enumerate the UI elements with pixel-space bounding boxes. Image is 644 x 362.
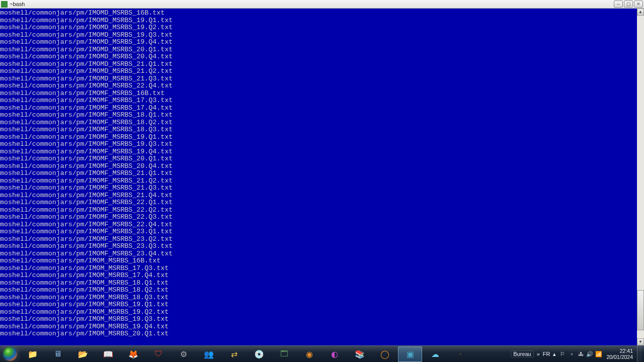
clock-time: 22:41 [606, 348, 633, 354]
taskbar-item-teams-app[interactable]: 👥 [197, 346, 221, 362]
start-button[interactable] [0, 346, 20, 363]
close-button[interactable]: ✕ [634, 1, 643, 8]
task-items: 📁🖥📂📖🦊🛡⚙👥⇄💿🗔◉◐📚◯▣☁▪ [20, 346, 473, 362]
terminal-app-icon: ▣ [404, 348, 416, 360]
terminal-line: moshell/commonjars/pm/IMOMD_MSRBS_19.Q3.… [0, 32, 637, 39]
terminal-line: moshell/commonjars/pm/IMOMD_MSRBS_20.Q1.… [0, 46, 637, 54]
documents-app-icon: 📂 [77, 348, 89, 360]
terminal-line: moshell/commonjars/pm/IMOMD_MSRBS_21.Q2.… [0, 68, 637, 75]
taskbar-item-calc-app[interactable]: 🗔 [272, 346, 296, 362]
network-icon[interactable]: 🖧 [577, 350, 584, 357]
explorer-folder-icon: 📁 [27, 348, 39, 360]
terminal-line: moshell/commonjars/pm/IMOMF_MSRBS_18.Q2.… [0, 119, 637, 127]
terminal-line: moshell/commonjars/pm/IMOMF_MSRBS_16B.tx… [0, 90, 637, 98]
burn-app-icon: 💿 [253, 348, 265, 360]
terminal-line: moshell/commonjars/pm/IMOMD_MSRBS_19.Q2.… [0, 24, 637, 32]
taskbar-item-tool-app[interactable]: ⚙ [172, 346, 196, 362]
terminal-line: moshell/commonjars/pm/IMOMF_MSRBS_22.Q1.… [0, 199, 637, 207]
terminal-line: moshell/commonjars/pm/IMOMF_MSRBS_22.Q2.… [0, 207, 637, 214]
terminal-line: moshell/commonjars/pm/IMOMD_MSRBS_19.Q1.… [0, 17, 637, 25]
window-title: ~bash [10, 1, 25, 7]
terminal-line: moshell/commonjars/pm/IMOM_MSRBS_18.Q1.t… [0, 280, 637, 287]
terminal-line: moshell/commonjars/pm/IMOMF_MSRBS_19.Q1.… [0, 134, 637, 141]
terminal-line: moshell/commonjars/pm/IMOMD_MSRBS_21.Q1.… [0, 61, 637, 68]
terminal-line: moshell/commonjars/pm/IMOMF_MSRBS_23.Q4.… [0, 250, 637, 258]
taskbar-item-documents-app[interactable]: 📂 [71, 346, 95, 362]
terminal-line: moshell/commonjars/pm/IMOMF_MSRBS_21.Q3.… [0, 185, 637, 192]
window-controls: – ▢ ✕ [614, 1, 643, 8]
taskbar: 📁🖥📂📖🦊🛡⚙👥⇄💿🗔◉◐📚◯▣☁▪ Bureau » FR ▴ ⚐ ▫ 🖧 🔊… [0, 345, 644, 362]
language-indicator[interactable]: FR [543, 351, 550, 357]
cloud-app-icon: ☁ [429, 348, 441, 360]
tray-icons: ⚐ ▫ 🖧 🔊 📶 [559, 350, 602, 357]
taskbar-item-burn-app[interactable]: 💿 [247, 346, 271, 362]
taskbar-item-media-app[interactable]: ◯ [373, 346, 397, 362]
taskbar-item-ftp-app[interactable]: ⇄ [222, 346, 246, 362]
terminal-line: moshell/commonjars/pm/IMOMD_MSRBS_21.Q3.… [0, 75, 637, 83]
terminal-output[interactable]: moshell/commonjars/pm/IMOMD_MSRBS_16B.tx… [0, 9, 644, 345]
terminal-line: moshell/commonjars/pm/IMOMF_MSRBS_21.Q4.… [0, 192, 637, 200]
taskbar-item-firefox[interactable]: 🦊 [121, 346, 145, 362]
terminal-line: moshell/commonjars/pm/IMOMD_MSRBS_20.Q4.… [0, 53, 637, 61]
taskbar-item-cloud-app[interactable]: ☁ [423, 346, 447, 362]
windows-orb-icon [3, 347, 17, 361]
firefox-icon: 🦊 [127, 348, 139, 360]
computer-app-icon: 🖥 [52, 348, 64, 360]
terminal-line: moshell/commonjars/pm/IMOMF_MSRBS_21.Q1.… [0, 170, 637, 177]
title-bar: ~bash – ▢ ✕ [0, 0, 644, 9]
scroll-thumb[interactable] [637, 290, 644, 330]
app-icon [1, 1, 8, 8]
taskbar-item-computer-app[interactable]: 🖥 [46, 346, 70, 362]
terminal-line: moshell/commonjars/pm/IMOMF_MSRBS_18.Q3.… [0, 126, 637, 134]
terminal-line: moshell/commonjars/pm/IMOMF_MSRBS_19.Q3.… [0, 141, 637, 148]
archive-app-icon: 📚 [354, 348, 366, 360]
tray-app-icon[interactable]: ▫ [568, 350, 575, 357]
clock-date: 20/01/2024 [606, 354, 633, 360]
taskbar-item-archive-app[interactable]: 📚 [348, 346, 372, 362]
taskbar-item-explorer-folder[interactable]: 📁 [21, 346, 45, 362]
flag-icon[interactable]: ⚐ [559, 350, 566, 357]
tool-app-icon: ⚙ [178, 348, 190, 360]
terminal-line: moshell/commonjars/pm/IMOM_MSRBS_16B.txt [0, 257, 637, 265]
maximize-button[interactable]: ▢ [624, 1, 633, 8]
show-desktop-button[interactable] [637, 346, 642, 363]
taskbar-item-terminal-app[interactable]: ▣ [398, 346, 422, 362]
scroll-up-button[interactable]: ▲ [637, 9, 644, 16]
taskbar-item-reader-app[interactable]: 📖 [96, 346, 120, 362]
taskbar-item-edge-app[interactable]: ◐ [323, 346, 347, 362]
signal-icon[interactable]: 📶 [595, 350, 602, 357]
volume-icon[interactable]: 🔊 [586, 350, 593, 357]
minimize-button[interactable]: – [614, 1, 623, 8]
terminal-line: moshell/commonjars/pm/IMOMD_MSRBS_16B.tx… [0, 10, 637, 17]
vertical-scrollbar[interactable]: ▲ ▼ [637, 9, 644, 345]
desktop-switcher[interactable]: Bureau [511, 350, 533, 357]
taskbar-item-cmd-app[interactable]: ▪ [448, 346, 472, 362]
edge-app-icon: ◐ [329, 348, 341, 360]
terminal-line: moshell/commonjars/pm/IMOMF_MSRBS_20.Q4.… [0, 163, 637, 170]
taskbar-item-disc-app[interactable]: ◉ [297, 346, 321, 362]
terminal-line: moshell/commonjars/pm/IMOM_MSRBS_20.Q1.t… [0, 330, 637, 338]
terminal-line: moshell/commonjars/pm/IMOMF_MSRBS_18.Q1.… [0, 112, 637, 119]
terminal-line: moshell/commonjars/pm/IMOM_MSRBS_19.Q2.t… [0, 309, 637, 316]
show-hidden-icons[interactable]: ▴ [552, 351, 557, 357]
terminal-line: moshell/commonjars/pm/IMOMD_MSRBS_22.Q4.… [0, 82, 637, 90]
reader-app-icon: 📖 [102, 348, 114, 360]
terminal-line: moshell/commonjars/pm/IMOM_MSRBS_18.Q3.t… [0, 294, 637, 302]
terminal-line: moshell/commonjars/pm/IMOM_MSRBS_19.Q1.t… [0, 301, 637, 309]
terminal-line: moshell/commonjars/pm/IMOMF_MSRBS_17.Q3.… [0, 97, 637, 105]
tray-overflow-button[interactable]: » [536, 351, 541, 357]
terminal-line: moshell/commonjars/pm/IMOMF_MSRBS_23.Q3.… [0, 243, 637, 250]
media-app-icon: ◯ [379, 348, 391, 360]
calc-app-icon: 🗔 [278, 348, 290, 360]
terminal-line: moshell/commonjars/pm/IMOMF_MSRBS_23.Q1.… [0, 228, 637, 236]
scroll-down-button[interactable]: ▼ [637, 338, 644, 345]
taskbar-item-security-app[interactable]: 🛡 [146, 346, 171, 362]
terminal-line: moshell/commonjars/pm/IMOMF_MSRBS_19.Q4.… [0, 148, 637, 156]
disc-app-icon: ◉ [303, 348, 315, 360]
terminal-line: moshell/commonjars/pm/IMOMF_MSRBS_17.Q4.… [0, 105, 637, 112]
terminal-line: moshell/commonjars/pm/IMOMF_MSRBS_22.Q4.… [0, 221, 637, 229]
clock[interactable]: 22:41 20/01/2024 [604, 348, 635, 360]
terminal-line: moshell/commonjars/pm/IMOM_MSRBS_17.Q4.t… [0, 272, 637, 280]
scroll-track[interactable] [637, 16, 644, 338]
terminal-line: moshell/commonjars/pm/IMOM_MSRBS_17.Q3.t… [0, 265, 637, 273]
